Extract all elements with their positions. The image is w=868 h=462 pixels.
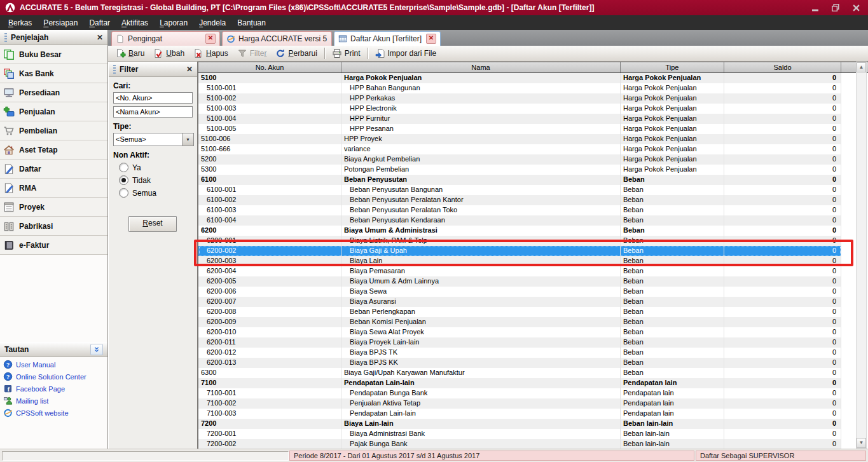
table-row-5100-006[interactable]: 5100-006HPP ProyekHarga Pokok Penjualan0 [198,134,841,144]
table-row-6200-005[interactable]: 6200-005Biaya Umum & Adm LainnyaBeban0 [198,276,841,287]
sidebar-item-buku-besar[interactable]: Buku Besar [0,45,107,64]
sidebar-item-kas-bank[interactable]: Kas Bank [0,64,107,83]
sidebar-item-pabrikasi[interactable]: Pabrikasi [0,217,107,236]
table-row-5100-003[interactable]: 5100-003HPP ElectronikHarga Pokok Penjua… [198,104,841,114]
table-row-7200-001[interactable]: 7200-001Biaya Administrasi BankBeban lai… [198,429,841,439]
table-row-6200-009[interactable]: 6200-009Beban Komisi PenjualanBeban0 [198,317,841,327]
scroll-up-icon[interactable]: ▲ [857,62,866,72]
tab-daftar-akun-terfilter[interactable]: Daftar Akun [Terfilter] [334,31,441,46]
cell-nama: Biaya Sewa Alat Proyek [341,327,621,337]
sidebar-close-icon[interactable]: ✕ [97,34,103,41]
sidebar-item-rma[interactable]: RMA [0,179,107,198]
table-row-7100-002[interactable]: 7100-002Penjualan Aktiva TetapPendapatan… [198,398,841,409]
radio-button-icon[interactable] [119,175,128,185]
impor-dari-file-button[interactable]: Impor dari File [371,47,441,60]
table-row-6200-006[interactable]: 6200-006Biaya SewaBeban0 [198,287,841,297]
print-button[interactable]: Print [327,47,365,60]
tab-close-icon[interactable] [205,34,216,44]
column-header-saldo[interactable]: Saldo [724,62,841,72]
link-user-manual[interactable]: ?User Manual [3,358,106,370]
cell-tipe: Pendapatan lain [621,388,724,398]
collapse-chevron-icon[interactable] [90,344,103,355]
table-row-6200-011[interactable]: 6200-011Biaya Proyek Lain-lainBeban0 [198,337,841,348]
column-header-tipe[interactable]: Tipe [621,62,724,72]
link-mailing-list[interactable]: Mailing list [3,395,106,407]
reset-button[interactable]: Reset [128,216,177,232]
dropdown-arrow-icon[interactable]: ▼ [182,133,193,146]
table-row-5100-005[interactable]: 5100-005HPP PesananHarga Pokok Penjualan… [198,124,841,134]
scroll-down-icon[interactable]: ▼ [857,438,866,448]
filter-close-icon[interactable]: ✕ [186,65,193,73]
cell-tipe: Harga Pokok Penjualan [621,93,724,104]
menu-bantuan[interactable]: Bantuan [231,17,272,29]
refresh-icon [275,48,286,58]
table-row-5100[interactable]: 5100Harga Pokok PenjualanHarga Pokok Pen… [198,73,841,83]
table-row-6100-003[interactable]: 6100-003Beban Penyusutan Peralatan TokoB… [198,205,841,215]
table-row-6100[interactable]: 6100Beban PenyusutanBeban0 [198,175,841,185]
table-row-6200-010[interactable]: 6200-010Biaya Sewa Alat ProyekBeban0 [198,327,841,337]
table-row-5300[interactable]: 5300Potongan PembelianHarga Pokok Penjua… [198,165,841,175]
table-row-6200-013[interactable]: 6200-013Biaya BPJS KKBeban0 [198,358,841,368]
link-online-solution-center[interactable]: ?Online Solution Center [3,370,106,383]
table-row-6200-004[interactable]: 6200-004Biaya PemasaranBeban0 [198,266,841,276]
radio-tidak[interactable]: Tidak [119,175,197,185]
sidebar-item-proyek[interactable]: Proyek [0,198,107,217]
column-header-no-akun[interactable]: No. Akun [198,62,341,72]
radio-semua[interactable]: Semua [119,188,197,198]
table-row-6100-001[interactable]: 6100-001Beban Penyusutan BangunanBeban0 [198,185,841,195]
table-row-7100-003[interactable]: 7100-003Pendapatan Lain-lainPendapatan l… [198,409,841,419]
tab-pengingat[interactable]: Pengingat [111,31,220,46]
table-row-5100-004[interactable]: 5100-004HPP FurniturHarga Pokok Penjuala… [198,114,841,124]
sidebar-item-e-faktur[interactable]: e-Faktur [0,236,107,255]
tab-harga-accurate-versi-5-n[interactable]: Harga ACCURATE versi 5 n... [222,31,332,46]
menu-berkas[interactable]: Berkas [3,17,38,29]
menu-laporan[interactable]: Laporan [154,17,193,29]
table-row-6200-003[interactable]: 6200-003Biaya LainBeban0 [198,256,841,266]
table-row-6200[interactable]: 6200Biaya Umum & AdministrasiBeban0 [198,226,841,236]
table-row-6100-004[interactable]: 6100-004Beban Penyusutan KendaraanBeban0 [198,215,841,226]
no-akun-input[interactable] [113,92,193,104]
table-row-5100-666[interactable]: 5100-666varianceHarga Pokok Penjualan0 [198,144,841,154]
vertical-scrollbar[interactable]: ▲ ▼ [856,62,867,449]
radio-ya[interactable]: Ya [119,163,197,172]
menu-aktifitas[interactable]: Aktifitas [116,17,154,29]
table-row-5200[interactable]: 5200Biaya Angkut PembelianHarga Pokok Pe… [198,154,841,165]
table-row-7200-002[interactable]: 7200-002Pajak Bunga BankBeban lain-lain0 [198,439,841,449]
table-row-6200-012[interactable]: 6200-012Biaya BPJS TKBeban0 [198,348,841,358]
close-button[interactable] [851,4,860,11]
tab-close-icon[interactable] [426,34,436,44]
table-row-7100-001[interactable]: 7100-001Pendapatan Bunga BankPendapatan … [198,388,841,398]
nama-akun-input[interactable] [113,106,193,118]
tipe-dropdown[interactable]: <Semua> ▼ [113,133,194,146]
minimize-button[interactable] [811,4,820,11]
table-row-6200-001[interactable]: 6200-001Biaya Listrik, PAM & TelpBeban0 [198,236,841,246]
table-row-5100-001[interactable]: 5100-001HPP Bahan BangunanHarga Pokok Pe… [198,83,841,93]
table-row-6300[interactable]: 6300Biaya Gaji/Upah Karyawan ManufakturB… [198,368,841,378]
baru-button[interactable]: Baru [111,47,149,60]
sidebar-item-aset-tetap[interactable]: Aset Tetap [0,140,107,160]
sidebar-item-pembelian[interactable]: Pembelian [0,121,107,140]
cell-saldo: 0 [724,93,841,104]
table-row-6200-008[interactable]: 6200-008Beban PerlengkapanBeban0 [198,307,841,317]
column-header-nama[interactable]: Nama [341,62,621,72]
table-row-6200-002[interactable]: 6200-002Biaya Gaji & UpahBeban0 [198,246,841,256]
table-row-5100-002[interactable]: 5100-002HPP PerkakasHarga Pokok Penjuala… [198,93,841,104]
hapus-button[interactable]: Hapus [189,47,233,60]
menu-daftar[interactable]: Daftar [83,17,116,29]
sidebar-item-penjualan[interactable]: Penjualan [0,102,107,121]
radio-button-icon[interactable] [119,188,128,198]
table-row-6200-007[interactable]: 6200-007Biaya AsuransiBeban0 [198,297,841,307]
menu-persiapan[interactable]: Persiapan [38,17,83,29]
restore-button[interactable] [831,4,840,11]
link-cpssoft-website[interactable]: CPSSoft website [3,407,106,419]
link-facebook-page[interactable]: fFacebook Page [3,383,106,395]
sidebar-item-daftar[interactable]: Daftar [0,160,107,179]
table-row-6100-002[interactable]: 6100-002Beban Penyusutan Peralatan Kanto… [198,195,841,205]
radio-button-icon[interactable] [119,163,128,172]
perbarui-button[interactable]: Perbarui [271,47,321,60]
sidebar-item-persediaan[interactable]: Persediaan [0,83,107,102]
table-row-7200[interactable]: 7200Biaya Lain-lainBeban lain-lain0 [198,419,841,429]
table-row-7100[interactable]: 7100Pendapatan Lain-lainPendapatan lain0 [198,378,841,388]
menu-jendela[interactable]: Jendela [193,17,231,29]
ubah-button[interactable]: Ubah [149,47,189,60]
